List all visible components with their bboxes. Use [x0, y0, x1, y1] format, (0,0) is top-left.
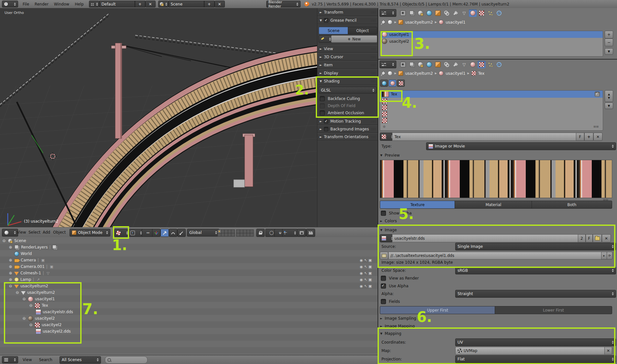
tab-object-data[interactable]: ▽ — [460, 61, 468, 68]
texture-slot-empty[interactable] — [380, 98, 603, 104]
breadcrumb-material-name[interactable]: usacityel1 — [446, 71, 465, 76]
material-slots-list[interactable]: usacityel1 usacityel2 — [380, 31, 603, 57]
render-engine-select[interactable]: Blender Render — [266, 1, 301, 7]
tab-texture[interactable] — [478, 9, 486, 17]
tab-physics[interactable] — [495, 61, 503, 68]
panel-image-mapping[interactable]: ►Image Mapping — [380, 324, 415, 328]
texture-context-other[interactable] — [397, 80, 405, 87]
outliner-row-camera[interactable]: ⊕Camera |▣ ◉↖▣ — [0, 257, 45, 263]
panel-image[interactable]: ▼Image — [380, 228, 397, 232]
tab-render-layers[interactable] — [408, 61, 416, 68]
object-data-icon[interactable] — [388, 20, 392, 25]
visibility-toggles[interactable]: ◉↖▣ — [360, 265, 372, 269]
gp-draw-mode-button[interactable] — [319, 35, 332, 43]
outliner-search-input[interactable] — [105, 356, 148, 364]
material-specials-button[interactable]: ▼ — [605, 48, 613, 55]
panel-grease-pencil[interactable]: ▼ Grease Pencil∷∷ — [317, 17, 378, 24]
panel-colors[interactable]: ►Colors — [380, 219, 397, 223]
outliner-menu-view[interactable]: View — [23, 358, 32, 362]
layout-add-button[interactable]: + — [135, 1, 145, 7]
filepath-browse-button[interactable]: ▸ — [601, 252, 607, 259]
outliner-row-usacityelturn2-mesh[interactable]: ⊖usacityelturn2 — [0, 289, 55, 296]
tab-render-layers[interactable] — [408, 9, 416, 17]
scene-add-button[interactable]: + — [204, 1, 215, 7]
texture-context-world[interactable] — [380, 80, 388, 87]
preview-material-tab[interactable]: Material — [455, 201, 532, 209]
uv-map-clear-button[interactable]: ✕ — [604, 347, 612, 355]
breadcrumb-object[interactable]: usacityelturn2 — [405, 71, 433, 76]
texture-slot-new[interactable]: ⊕≡≡ — [380, 124, 603, 129]
visibility-toggles[interactable]: ◉↖▣ — [360, 258, 372, 262]
preview-both-tab[interactable]: Both — [532, 201, 612, 209]
texture-slot-empty[interactable] — [380, 111, 603, 117]
outliner-row-camera001[interactable]: ⊕Camera.001 |▣ ◉↖▣ — [0, 263, 54, 270]
pin-icon[interactable] — [381, 71, 386, 76]
breadcrumb-object[interactable]: usacityelturn2 — [405, 20, 433, 25]
tab-world[interactable] — [425, 9, 433, 17]
collapse-icon[interactable]: ⊖ — [22, 297, 26, 301]
panel-shading[interactable]: ▼Shading∷∷ — [317, 78, 378, 85]
layers-grid-1[interactable] — [217, 229, 235, 237]
texture-specials-button[interactable]: ▼ — [605, 103, 613, 109]
material-slot-add-button[interactable]: + — [605, 31, 613, 39]
view-as-render-row[interactable]: View as Render — [381, 276, 419, 281]
outliner-row-usacityel2-material[interactable]: ⊖usacityel2 — [0, 315, 55, 322]
tab-render[interactable] — [399, 61, 407, 68]
material-slot-usacityel1[interactable]: usacityel1 — [380, 31, 603, 38]
breadcrumb-material-name[interactable]: usacityel1 — [446, 20, 465, 25]
image-source-select[interactable]: Single Image — [455, 243, 616, 250]
viewport-shading-select[interactable] — [114, 229, 130, 237]
tab-texture[interactable] — [478, 61, 486, 68]
menu-add-3d[interactable]: Add — [43, 230, 50, 235]
expand-icon[interactable]: ⊕ — [8, 258, 13, 262]
outliner-row-usacityelturn2-object[interactable]: ⊖usacityelturn2 ◉↖▣ — [0, 283, 48, 289]
gp-new-layer-button[interactable]: +New — [331, 35, 377, 43]
menu-window[interactable]: Window — [54, 2, 69, 6]
projection-select[interactable]: Flat — [455, 355, 616, 363]
render-opengl-button[interactable] — [297, 229, 306, 237]
texture-slot-move-button[interactable]: ▲▼ — [605, 90, 613, 102]
image-unlink-button[interactable]: ✕ — [602, 234, 611, 242]
outliner-row-usacityel2-image[interactable]: usacityel2.dds — [0, 328, 71, 335]
scene-icon-button[interactable] — [158, 1, 169, 7]
texture-type-select[interactable]: Image or Movie — [426, 142, 616, 150]
expand-icon[interactable]: ⊕ — [8, 264, 13, 269]
manipulator-axis-button[interactable] — [152, 229, 160, 237]
collapse-icon[interactable]: ⊖ — [29, 303, 33, 308]
use-alpha-checkbox[interactable] — [381, 283, 386, 289]
tab-render[interactable] — [399, 9, 407, 17]
image-name-field[interactable]: usacityelstr.dds — [392, 234, 582, 242]
scene-name-field[interactable]: Scene — [169, 1, 204, 7]
shading-mode-select[interactable]: GLSL — [319, 87, 377, 94]
ambient-occlusion-row[interactable]: Ambient Occlusion — [317, 110, 378, 116]
coordinates-select[interactable]: UV — [455, 338, 616, 346]
menu-help[interactable]: Help — [75, 2, 83, 6]
filepath-field[interactable]: //..\actualtextures\usacityel1.dds — [388, 252, 605, 259]
outliner-menu-search[interactable]: Search — [39, 358, 52, 362]
texture-fake-user-button[interactable]: F — [576, 133, 584, 141]
lock-to-scene-button[interactable] — [256, 229, 265, 237]
menu-file[interactable]: File — [23, 2, 29, 6]
background-images-checkbox[interactable] — [324, 127, 328, 131]
panel-mapping[interactable]: ▼Mapping — [380, 331, 401, 336]
outliner-row-renderlayers[interactable]: ⊕RenderLayers | — [0, 244, 57, 250]
outliner-row-usacityel1-material[interactable]: ⊖usacityel1 — [0, 296, 55, 302]
collapse-icon[interactable]: ⊖ — [15, 290, 19, 295]
fields-row[interactable]: Fields — [381, 299, 400, 304]
screen-layout-icon-button[interactable] — [89, 1, 99, 7]
editor-type-properties-button[interactable] — [380, 61, 396, 68]
panel-image-sampling[interactable]: ►Image Sampling — [380, 316, 416, 321]
motion-tracking-checkbox[interactable] — [324, 119, 328, 124]
snap-element-select[interactable] — [282, 229, 298, 237]
material-slot-usacityel2[interactable]: usacityel2 — [380, 38, 603, 45]
outliner-row-lamp[interactable]: ⊕Lamp |↗ ◉↖▣ — [0, 276, 40, 283]
breadcrumb-texture-name[interactable]: Tex — [478, 71, 485, 76]
panel-3d-cursor[interactable]: ►3D Cursor∷∷ — [317, 53, 378, 61]
texture-slot-empty[interactable] — [380, 117, 603, 124]
tab-modifiers[interactable] — [451, 9, 459, 17]
layers-grid-2[interactable] — [236, 229, 254, 237]
collapse-icon[interactable]: ⊖ — [8, 284, 13, 288]
manipulator-rotate-button[interactable] — [169, 229, 177, 237]
pin-icon[interactable] — [381, 20, 386, 25]
uv-map-field[interactable]: UVMap — [455, 347, 609, 355]
